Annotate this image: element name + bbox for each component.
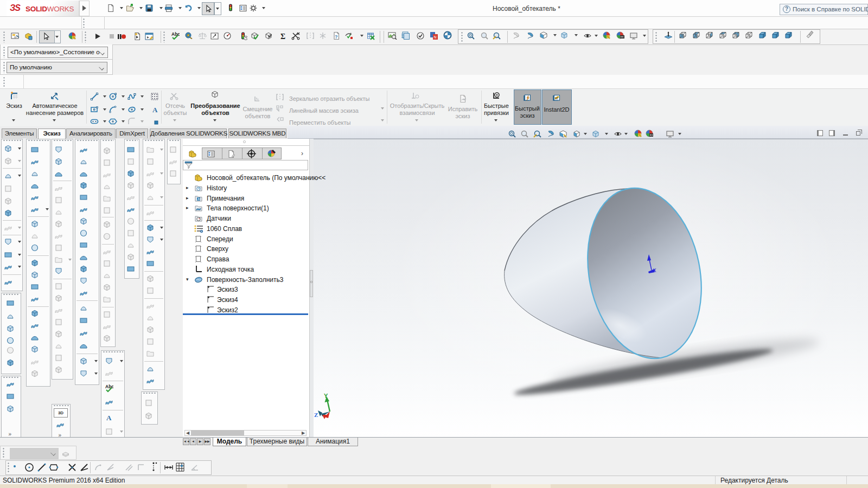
- svg-text:Z: Z: [314, 412, 318, 418]
- svg-text:Σ: Σ: [280, 33, 285, 41]
- svg-text:A: A: [197, 197, 200, 201]
- svg-text:Y: Y: [324, 393, 328, 399]
- svg-text:N: N: [434, 35, 437, 39]
- svg-text:Abc: Abc: [105, 384, 113, 389]
- svg-text:?: ?: [335, 34, 338, 40]
- svg-text:Abc: Abc: [171, 31, 180, 37]
- svg-text:12: 12: [555, 97, 558, 100]
- svg-text:A: A: [106, 414, 112, 422]
- svg-text:A: A: [152, 106, 158, 114]
